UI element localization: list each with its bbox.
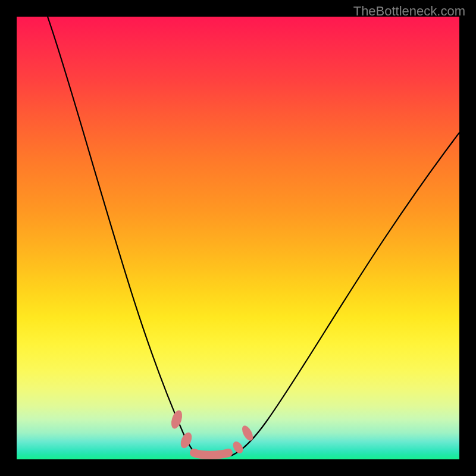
curve-right-branch — [231, 133, 459, 456]
chart-svg — [17, 17, 459, 459]
optimal-band — [194, 453, 228, 455]
watermark-text: TheBottleneck.com — [353, 4, 465, 19]
curve-left-branch — [48, 17, 198, 456]
marker-right-upper — [240, 424, 255, 442]
marker-left-upper — [169, 409, 184, 430]
marker-left-lower — [178, 431, 194, 450]
chart-plot-area — [17, 17, 459, 459]
